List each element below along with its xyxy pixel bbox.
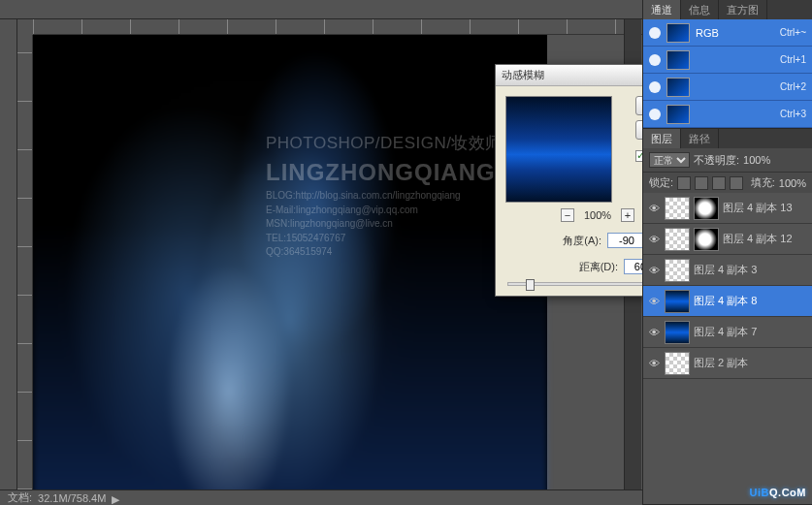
layers-tabs: 图层 路径 (643, 129, 812, 148)
opacity-label: 不透明度: (694, 153, 739, 168)
channel-shortcut: Ctrl+3 (780, 109, 806, 119)
distance-label: 距离(D): (579, 260, 618, 274)
layer-thumb[interactable] (665, 321, 690, 344)
channel-shortcut: Ctrl+2 (780, 81, 806, 92)
tab-info[interactable]: 信息 (681, 0, 719, 19)
ruler-vertical (17, 35, 33, 489)
slider-handle[interactable] (526, 279, 535, 291)
layer-name: 图层 4 副本 7 (694, 325, 808, 339)
panel-dock: 通道 信息 直方图 RGBCtrl+~ Ctrl+1 Ctrl+2 Ctrl+3… (642, 0, 812, 505)
status-zoom: 32.1M/758.4M (38, 492, 106, 504)
fill-value[interactable]: 100% (779, 177, 806, 189)
status-prefix: 文档: (8, 490, 32, 505)
channels-panel: 通道 信息 直方图 RGBCtrl+~ Ctrl+1 Ctrl+2 Ctrl+3 (643, 0, 812, 129)
layer-mask-thumb[interactable] (694, 197, 719, 220)
channel-list: RGBCtrl+~ Ctrl+1 Ctrl+2 Ctrl+3 (643, 19, 812, 128)
lock-all-icon[interactable] (730, 176, 743, 190)
channel-shortcut: Ctrl+1 (780, 54, 806, 65)
visibility-icon[interactable]: 👁 (647, 203, 661, 214)
layer-row[interactable]: 👁图层 4 副本 12 (643, 224, 812, 255)
layer-thumb[interactable] (665, 197, 690, 220)
angle-input[interactable] (607, 233, 646, 248)
channel-thumb (666, 50, 690, 70)
channel-shortcut: Ctrl+~ (780, 27, 806, 38)
tab-layers[interactable]: 图层 (643, 129, 681, 148)
layer-row[interactable]: 👁图层 4 副本 13 (643, 193, 812, 224)
layer-row[interactable]: 👁图层 2 副本 (643, 348, 812, 379)
layer-row[interactable]: 👁图层 4 副本 3 (643, 255, 812, 286)
lock-position-icon[interactable] (712, 176, 726, 190)
channel-row[interactable]: Ctrl+2 (643, 74, 812, 101)
lock-row: 锁定: 填充: 100% (643, 172, 812, 193)
channel-thumb (666, 78, 690, 97)
channel-row[interactable]: Ctrl+1 (643, 47, 812, 74)
channels-tabs: 通道 信息 直方图 (643, 0, 812, 19)
visibility-icon[interactable]: 👁 (647, 234, 661, 245)
layer-mask-thumb[interactable] (694, 228, 719, 251)
channel-row[interactable]: RGBCtrl+~ (643, 19, 812, 47)
angle-label: 角度(A): (563, 234, 601, 248)
channel-name: RGB (696, 27, 719, 39)
opacity-value[interactable]: 100% (743, 154, 770, 166)
layer-list[interactable]: 👁图层 4 副本 13👁图层 4 副本 12👁图层 4 副本 3👁图层 4 副本… (643, 193, 812, 504)
fill-label: 填充: (751, 175, 775, 190)
channel-thumb (666, 105, 690, 124)
layer-name: 图层 4 副本 12 (723, 232, 808, 246)
artwork-flame (33, 35, 547, 489)
zoom-in-button[interactable]: + (621, 208, 634, 222)
zoom-out-button[interactable]: − (561, 208, 574, 222)
lock-transparency-icon[interactable] (677, 176, 691, 190)
layer-name: 图层 4 副本 8 (694, 294, 808, 308)
channel-row[interactable]: Ctrl+3 (643, 101, 812, 128)
visibility-icon[interactable] (649, 109, 661, 120)
document-canvas[interactable]: PHOTOSHOP/DESIGN/妆效师 LINGZHONGQIANG BLOG… (33, 35, 547, 489)
channel-thumb (666, 23, 690, 43)
layer-thumb[interactable] (665, 352, 690, 375)
site-watermark: UiBQ.CoM (750, 481, 806, 501)
lock-label: 锁定: (649, 175, 673, 190)
visibility-icon[interactable]: 👁 (647, 265, 661, 276)
ruler-horizontal (33, 19, 642, 35)
status-bar: 文档: 32.1M/758.4M ▶ (0, 489, 642, 505)
layers-options: 正常 不透明度: 100% (643, 148, 812, 172)
visibility-icon[interactable]: 👁 (647, 296, 661, 307)
tab-channels[interactable]: 通道 (643, 0, 681, 19)
toolbox[interactable] (0, 19, 17, 489)
layer-name: 图层 2 副本 (694, 356, 808, 370)
layer-thumb[interactable] (665, 259, 690, 282)
dialog-title: 动感模糊 (502, 68, 653, 82)
layer-row[interactable]: 👁图层 4 副本 8 (643, 286, 812, 317)
visibility-icon[interactable] (649, 27, 661, 39)
filter-preview[interactable] (505, 96, 612, 203)
tab-histogram[interactable]: 直方图 (719, 0, 767, 19)
visibility-icon[interactable]: 👁 (647, 327, 661, 338)
layer-name: 图层 4 副本 3 (694, 263, 808, 277)
lock-pixels-icon[interactable] (695, 176, 708, 190)
layer-thumb[interactable] (665, 228, 690, 251)
visibility-icon[interactable]: 👁 (647, 358, 661, 369)
layers-panel: 图层 路径 正常 不透明度: 100% 锁定: 填充: 100% 👁图层 4 副… (643, 129, 812, 505)
layer-row[interactable]: 👁图层 4 副本 7 (643, 317, 812, 348)
tab-paths[interactable]: 路径 (681, 129, 719, 148)
zoom-percent: 100% (584, 209, 611, 221)
visibility-icon[interactable] (649, 54, 661, 66)
status-menu-icon[interactable]: ▶ (112, 493, 121, 503)
visibility-icon[interactable] (649, 81, 661, 93)
layer-thumb[interactable] (665, 290, 690, 313)
blend-mode-select[interactable]: 正常 (649, 152, 690, 168)
layer-name: 图层 4 副本 13 (723, 201, 808, 215)
